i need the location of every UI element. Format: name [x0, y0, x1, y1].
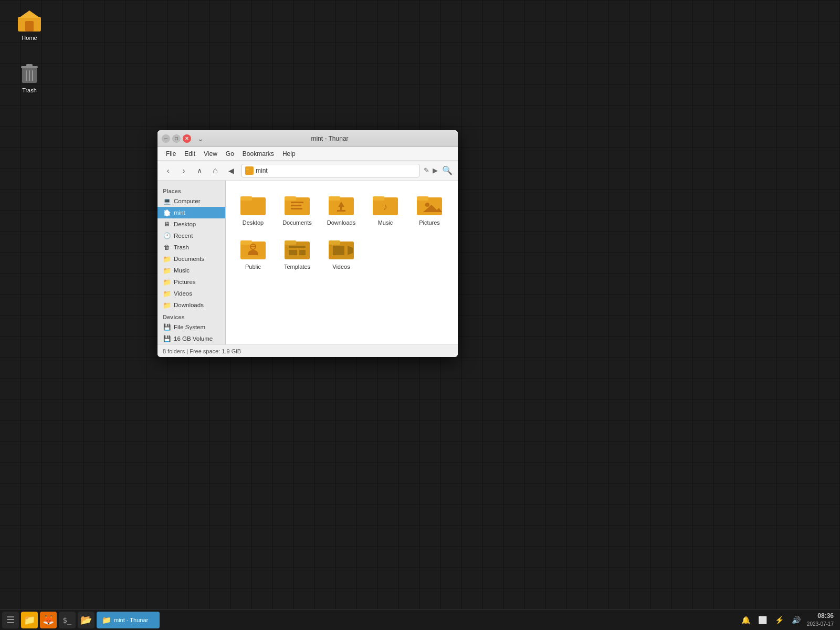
- path-toggle-button[interactable]: ◀: [224, 163, 238, 178]
- maximize-button[interactable]: □: [172, 134, 181, 143]
- sidebar: Places 💻 Computer 🏠 mint 🖥 Desktop 🕐 Rec…: [158, 181, 226, 344]
- taskbar-files-button[interactable]: 📁: [21, 612, 38, 628]
- sidebar-label-downloads: Downloads: [174, 302, 204, 308]
- downloads-folder-icon: [328, 190, 355, 217]
- menu-view[interactable]: View: [200, 149, 222, 159]
- file-item-downloads[interactable]: Downloads: [320, 187, 362, 229]
- file-label-documents: Documents: [282, 219, 312, 226]
- file-item-public[interactable]: Public: [232, 231, 274, 273]
- desktop-icon-home[interactable]: Home: [8, 5, 50, 43]
- documents-icon: 📁: [163, 255, 171, 263]
- menu-file[interactable]: File: [162, 149, 180, 159]
- file-item-desktop[interactable]: Desktop: [232, 187, 274, 229]
- videos-icon: 📁: [163, 289, 171, 298]
- status-text: 8 folders | Free space: 1.9 GiB: [163, 348, 241, 354]
- svg-rect-12: [240, 196, 252, 201]
- public-folder-icon: [239, 234, 267, 261]
- menu-go[interactable]: Go: [222, 149, 238, 159]
- trash-icon-label: Trash: [22, 87, 37, 93]
- search-button[interactable]: 🔍: [440, 163, 455, 178]
- svg-rect-5: [26, 64, 33, 67]
- taskbar-firefox-button[interactable]: 🦊: [40, 612, 57, 628]
- toolbar: ‹ › ∧ ⌂ ◀ mint ✎ ▶ 🔍: [158, 161, 458, 181]
- up-button[interactable]: ∧: [192, 163, 207, 178]
- svg-rect-40: [329, 240, 340, 245]
- file-item-documents[interactable]: Documents: [276, 187, 318, 229]
- music-icon: 📁: [163, 266, 171, 275]
- forward-button[interactable]: ›: [176, 163, 191, 178]
- sidebar-item-desktop[interactable]: 🖥 Desktop: [158, 218, 225, 230]
- svg-rect-41: [333, 246, 344, 255]
- taskbar-apps-button[interactable]: ☰: [2, 612, 19, 628]
- desktop-icon-trash[interactable]: Trash: [8, 58, 50, 96]
- pictures-icon: 📁: [163, 278, 171, 286]
- sidebar-item-pictures[interactable]: 📁 Pictures: [158, 276, 225, 288]
- address-folder-icon: [245, 166, 254, 175]
- sidebar-label-music: Music: [174, 267, 190, 274]
- sidebar-label-videos: Videos: [174, 290, 192, 297]
- sidebar-item-recent[interactable]: 🕐 Recent: [158, 230, 225, 242]
- file-grid: Desktop Docum: [232, 187, 452, 273]
- svg-rect-15: [291, 202, 303, 203]
- file-label-pictures: Pictures: [419, 219, 440, 226]
- taskbar-power-icon[interactable]: ⚡: [773, 614, 786, 626]
- desktop: Home Trash ─ □ ✕ ⌄ mint - Thunar: [0, 0, 840, 630]
- menu-edit[interactable]: Edit: [180, 149, 200, 159]
- svg-rect-38: [299, 250, 306, 255]
- home-button[interactable]: ⌂: [208, 163, 223, 178]
- taskbar-window-label: mint - Thunar: [114, 617, 148, 623]
- taskbar-bell-icon[interactable]: 🔔: [740, 614, 752, 626]
- address-forward-button[interactable]: ▶: [432, 165, 439, 175]
- sidebar-item-filesystem[interactable]: 💾 File System: [158, 321, 225, 333]
- svg-rect-36: [289, 246, 306, 248]
- taskbar-volume-icon[interactable]: 🔊: [790, 614, 803, 626]
- sidebar-label-mint: mint: [174, 209, 185, 216]
- svg-rect-2: [25, 21, 34, 32]
- desktop-folder-icon: [239, 190, 267, 217]
- file-item-music[interactable]: ♪ Music: [364, 187, 406, 229]
- sidebar-label-desktop: Desktop: [174, 221, 196, 227]
- svg-marker-1: [19, 10, 40, 18]
- title-bar: ─ □ ✕ ⌄ mint - Thunar: [158, 130, 458, 147]
- file-item-templates[interactable]: Templates: [276, 231, 318, 273]
- sidebar-item-documents[interactable]: 📁 Documents: [158, 253, 225, 265]
- main-content: Places 💻 Computer 🏠 mint 🖥 Desktop 🕐 Rec…: [158, 181, 458, 344]
- file-label-templates: Templates: [284, 264, 310, 270]
- svg-rect-31: [240, 240, 252, 245]
- sidebar-item-videos[interactable]: 📁 Videos: [158, 288, 225, 299]
- status-bar: 8 folders | Free space: 1.9 GiB: [158, 344, 458, 357]
- back-button[interactable]: ‹: [161, 163, 175, 178]
- trash-folder-icon: [17, 60, 42, 85]
- taskbar-folder2-button[interactable]: 📂: [78, 612, 94, 628]
- sidebar-item-downloads[interactable]: 📁 Downloads: [158, 299, 225, 311]
- file-item-pictures[interactable]: Pictures: [408, 187, 450, 229]
- pictures-folder-icon: [416, 190, 443, 217]
- sidebar-item-16gb[interactable]: 💾 16 GB Volume: [158, 333, 225, 344]
- svg-rect-37: [289, 250, 297, 255]
- taskbar-screen-icon[interactable]: ⬜: [757, 614, 769, 626]
- edit-address-button[interactable]: ✎: [423, 165, 430, 175]
- sidebar-item-computer[interactable]: 💻 Computer: [158, 195, 225, 207]
- close-button[interactable]: ✕: [183, 134, 191, 143]
- devices-label: Devices: [158, 311, 225, 321]
- menu-help[interactable]: Help: [278, 149, 300, 159]
- taskbar-thunar-button[interactable]: 📁 mint - Thunar: [97, 612, 160, 628]
- file-item-videos[interactable]: Videos: [320, 231, 362, 273]
- title-bar-controls: ─ □ ✕: [162, 134, 191, 143]
- sidebar-label-trash: Trash: [174, 244, 189, 250]
- menu-bar: File Edit View Go Bookmarks Help: [158, 147, 458, 161]
- taskbar-terminal-button[interactable]: $_: [59, 612, 76, 628]
- window-title: mint - Thunar: [206, 135, 454, 142]
- svg-rect-22: [337, 210, 345, 212]
- menu-bookmarks[interactable]: Bookmarks: [238, 149, 278, 159]
- sidebar-item-mint[interactable]: 🏠 mint: [158, 207, 225, 218]
- sidebar-item-trash[interactable]: 🗑 Trash: [158, 242, 225, 253]
- sidebar-item-music[interactable]: 📁 Music: [158, 265, 225, 276]
- title-chevron[interactable]: ⌄: [195, 133, 206, 144]
- svg-rect-16: [291, 205, 301, 206]
- videos-folder-icon: [328, 234, 355, 261]
- downloads-icon: 📁: [163, 301, 171, 309]
- minimize-button[interactable]: ─: [162, 134, 170, 143]
- desktop-sidebar-icon: 🖥: [163, 220, 171, 228]
- templates-folder-icon: [284, 234, 311, 261]
